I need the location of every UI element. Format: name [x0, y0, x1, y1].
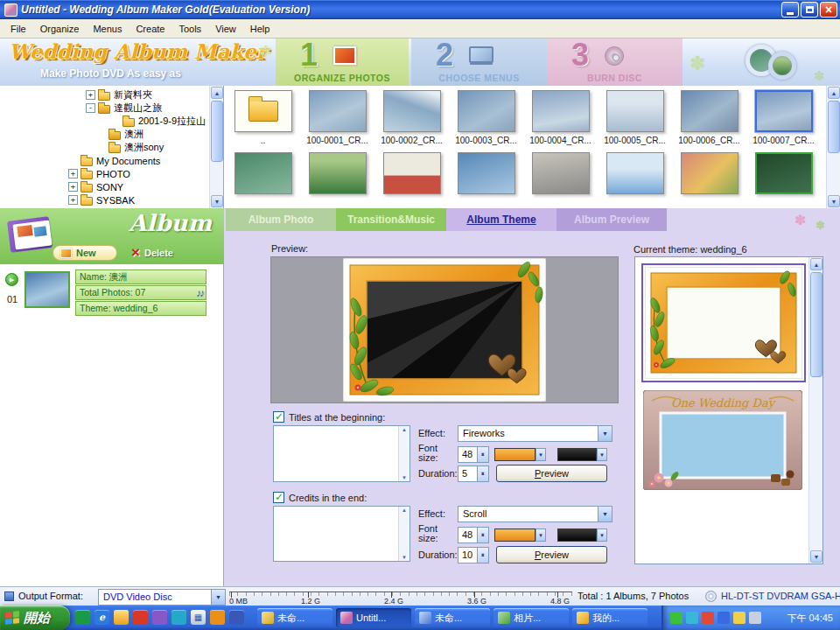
textarea-scrollbar[interactable] — [398, 426, 410, 481]
start-button[interactable]: 開始 — [0, 606, 70, 630]
menu-item-menus[interactable]: Menus — [86, 22, 129, 36]
tray-icon[interactable] — [670, 612, 682, 624]
taskbar-task[interactable]: 我的... — [572, 608, 648, 627]
play-icon[interactable] — [5, 273, 18, 286]
scroll-down-button[interactable]: ▼ — [810, 550, 822, 563]
photo-thumbnail[interactable] — [523, 152, 598, 194]
tree-item[interactable]: 澳洲sony — [0, 141, 223, 154]
tree-item[interactable]: + SYSBAK — [0, 193, 223, 206]
maximize-button[interactable] — [801, 2, 818, 18]
tree-expand-toggle[interactable]: + — [68, 169, 78, 178]
tree-item[interactable]: + 新資料夾 — [0, 88, 223, 102]
photo-thumbnail[interactable]: 100-0004_CR... — [523, 90, 598, 145]
tree-expand-toggle[interactable]: + — [68, 182, 78, 192]
taskbar-task[interactable]: 相片... — [494, 608, 569, 627]
scroll-down-button[interactable]: ▼ — [211, 195, 223, 207]
tree-item[interactable]: + SONY — [0, 180, 223, 193]
titles-text-input[interactable] — [273, 425, 410, 482]
tab-album-photo[interactable]: Album Photo — [226, 208, 336, 231]
titles-duration-spinner[interactable]: 5 — [458, 466, 489, 482]
spinner-arrows-icon[interactable] — [477, 447, 488, 462]
tree-expand-toggle[interactable]: + — [86, 90, 95, 100]
photo-thumbnail-selected[interactable]: 100-0007_CR... — [746, 90, 821, 145]
photo-thumbnail[interactable]: 100-0002_CR... — [374, 90, 449, 145]
credits-font-color-swatch[interactable] — [494, 528, 536, 542]
chevron-down-icon[interactable] — [598, 507, 612, 522]
quick-launch-icon[interactable] — [133, 610, 148, 625]
credits-font-size-spinner[interactable]: 48 — [458, 527, 489, 543]
spinner-arrows-icon[interactable] — [477, 528, 488, 542]
tree-item[interactable]: - 達觀山之旅 — [0, 102, 223, 115]
tab-album-preview[interactable]: Album Preview — [556, 208, 667, 231]
desktop-icon[interactable] — [191, 610, 206, 625]
quick-launch-icon[interactable] — [152, 610, 167, 625]
spinner-arrows-icon[interactable] — [477, 548, 488, 563]
photo-thumbnail[interactable] — [746, 152, 821, 194]
textarea-scrollbar[interactable] — [398, 507, 410, 561]
titles-font-color-swatch[interactable] — [494, 448, 536, 461]
tray-icon[interactable] — [733, 612, 746, 624]
tree-item[interactable]: My Documents — [0, 154, 223, 167]
parent-folder-thumbnail[interactable]: .. — [226, 90, 300, 145]
photo-thumbnail[interactable] — [449, 152, 523, 194]
spinner-arrows-icon[interactable] — [477, 466, 488, 481]
tree-item[interactable]: 2001-9-9拉拉山 — [0, 115, 223, 128]
tray-icon[interactable] — [718, 612, 730, 624]
menu-item-file[interactable]: File — [4, 22, 33, 36]
font-color-dropdown-button[interactable] — [536, 528, 546, 542]
menu-item-create[interactable]: Create — [129, 22, 172, 36]
clock[interactable]: 下午 04:45 — [787, 612, 833, 625]
tab-transition-music[interactable]: Transition&Music — [336, 208, 446, 231]
credits-effect-select[interactable]: Scroll — [458, 506, 612, 522]
tree-expand-toggle[interactable]: + — [68, 195, 78, 205]
theme-card-selected[interactable] — [641, 263, 806, 382]
chevron-down-icon[interactable] — [598, 426, 612, 441]
step-burn-disc[interactable]: 3 BURN DISC — [547, 38, 682, 86]
outline-color-dropdown-button[interactable] — [597, 448, 607, 461]
tree-scrollbar[interactable]: ▲ ▼ — [209, 86, 223, 208]
internet-explorer-icon[interactable] — [94, 610, 109, 625]
taskbar-task[interactable]: 未命... — [415, 608, 490, 627]
titles-font-size-spinner[interactable]: 48 — [458, 446, 489, 463]
tree-collapse-toggle[interactable]: - — [86, 103, 95, 113]
menu-item-view[interactable]: View — [208, 22, 243, 36]
album-thumbnail[interactable] — [24, 271, 70, 308]
photo-thumbnail[interactable]: 100-0006_CR... — [672, 90, 746, 145]
quick-launch-icon[interactable] — [229, 610, 244, 625]
photo-thumbnail[interactable]: 100-0003_CR... — [449, 90, 523, 145]
tray-icon[interactable] — [702, 612, 714, 624]
credits-end-checkbox[interactable] — [273, 492, 284, 503]
credits-preview-button[interactable]: Preview — [496, 546, 607, 564]
tray-icon[interactable] — [686, 612, 698, 624]
photo-thumbnail[interactable]: 100-0005_CR... — [598, 90, 672, 145]
titles-outline-color-swatch[interactable] — [557, 448, 597, 461]
tab-album-theme[interactable]: Album Theme — [446, 208, 556, 231]
output-format-select[interactable]: DVD Video Disc — [98, 589, 226, 606]
tree-item[interactable]: + PHOTO — [0, 167, 223, 180]
outline-color-dropdown-button[interactable] — [597, 528, 607, 542]
scroll-down-button[interactable]: ▼ — [828, 195, 840, 207]
menu-item-help[interactable]: Help — [243, 22, 277, 36]
minimize-button[interactable] — [781, 2, 799, 18]
titles-effect-select[interactable]: Fireworks — [458, 425, 612, 442]
quick-launch-icon[interactable] — [75, 610, 90, 625]
credits-duration-spinner[interactable]: 10 — [458, 547, 489, 564]
chevron-down-icon[interactable] — [211, 590, 225, 605]
scrollbar-thumb[interactable] — [828, 101, 840, 153]
photo-browser-scrollbar[interactable]: ▲ ▼ — [826, 86, 840, 208]
scroll-up-button[interactable]: ▲ — [810, 258, 822, 270]
photo-thumbnail[interactable] — [374, 152, 449, 194]
theme-card[interactable]: One Wedding Day — [643, 390, 804, 494]
photo-thumbnail[interactable]: 100-0001_CR... — [300, 90, 374, 145]
credits-text-input[interactable] — [273, 506, 410, 562]
photo-thumbnail[interactable] — [598, 152, 672, 194]
step-organize-photos[interactable]: 1 ORGANIZE PHOTOS — [276, 38, 409, 86]
scrollbar-thumb[interactable] — [810, 272, 822, 377]
theme-list-scrollbar[interactable]: ▲ ▼ — [808, 257, 822, 564]
tree-item[interactable]: 澳洲 — [0, 128, 223, 141]
speaker-icon[interactable] — [749, 612, 761, 624]
titles-preview-button[interactable]: Preview — [496, 465, 607, 482]
titles-beginning-checkbox[interactable] — [273, 411, 284, 423]
delete-album-button[interactable]: Delete — [131, 245, 173, 261]
taskbar-task-active[interactable]: Untitl... — [336, 608, 411, 627]
